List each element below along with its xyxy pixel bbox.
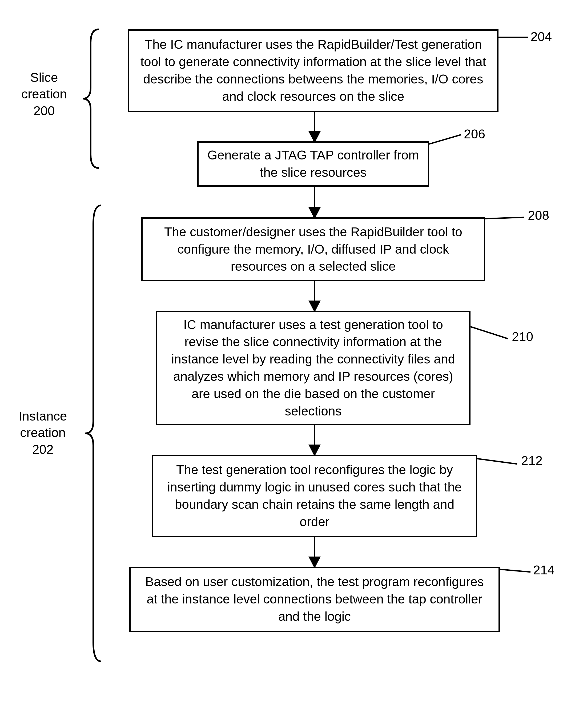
box-208: The customer/designer uses the RapidBuil…	[141, 217, 485, 281]
box-206-text: Generate a JTAG TAP controller from the …	[207, 147, 420, 181]
instance-creation-brace	[80, 203, 107, 664]
leader-212	[477, 457, 520, 468]
svg-marker-11	[310, 445, 319, 455]
box-204-text: The IC manufacturer uses the RapidBuilde…	[137, 36, 489, 105]
arrow-212-214	[304, 537, 325, 568]
instance-creation-text: Instance creation 202	[19, 408, 67, 458]
box-212-text: The test generation tool reconfigures th…	[161, 461, 468, 530]
leader-208	[485, 215, 527, 223]
arrow-206-208	[304, 187, 325, 219]
box-214: Based on user customization, the test pr…	[129, 567, 500, 632]
box-212: The test generation tool reconfigures th…	[152, 455, 477, 537]
svg-marker-5	[310, 208, 319, 217]
arrow-204-206	[304, 112, 325, 143]
box-214-text: Based on user customization, the test pr…	[139, 573, 491, 625]
ref-210: 210	[512, 329, 533, 344]
box-208-text: The customer/designer uses the RapidBuil…	[151, 224, 476, 275]
box-206: Generate a JTAG TAP controller from the …	[197, 141, 429, 187]
leader-206	[429, 133, 464, 147]
arrow-210-212	[304, 425, 325, 456]
arrow-208-210	[304, 281, 325, 312]
ref-214: 214	[533, 563, 555, 577]
svg-line-3	[429, 135, 461, 144]
svg-marker-2	[310, 132, 319, 141]
svg-line-15	[500, 569, 530, 572]
ref-212: 212	[521, 453, 542, 468]
ref-206: 206	[464, 127, 485, 141]
svg-line-12	[477, 459, 517, 464]
svg-marker-8	[310, 301, 319, 311]
box-204: The IC manufacturer uses the RapidBuilde…	[128, 29, 499, 112]
svg-line-6	[485, 217, 524, 219]
instance-creation-label: Instance creation 202	[19, 408, 67, 458]
svg-line-9	[471, 327, 508, 339]
leader-214	[500, 568, 533, 576]
slice-creation-text: Slice creation 200	[21, 69, 67, 119]
leader-210	[471, 325, 510, 341]
flowchart-container: Slice creation 200 Instance creation 202…	[11, 16, 572, 712]
svg-marker-14	[310, 557, 319, 567]
slice-creation-brace	[77, 27, 104, 171]
box-210-text: IC manufacturer uses a test generation t…	[165, 316, 461, 420]
ref-208: 208	[528, 208, 549, 223]
ref-204: 204	[530, 29, 552, 44]
leader-204	[499, 33, 530, 41]
slice-creation-label: Slice creation 200	[21, 69, 67, 119]
box-210: IC manufacturer uses a test generation t…	[156, 311, 471, 425]
